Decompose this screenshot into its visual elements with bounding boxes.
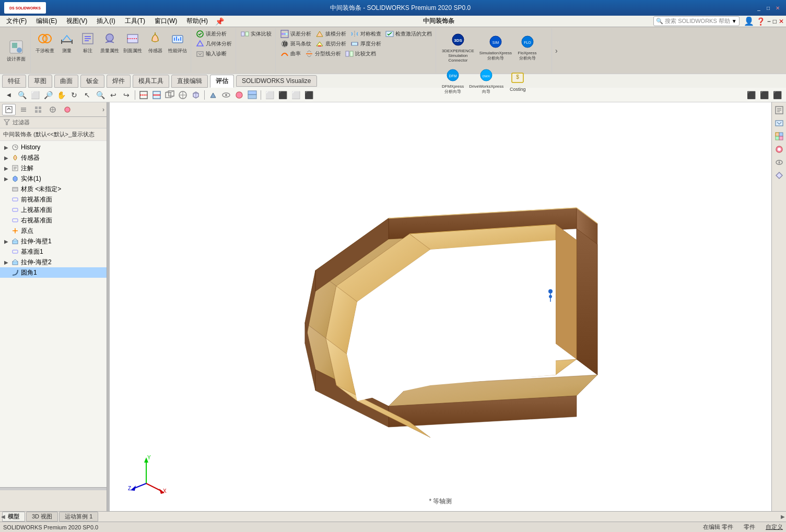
- tree-item-fillet1[interactable]: 圆角1: [0, 267, 107, 278]
- draft-analysis-btn[interactable]: 拔模分析: [314, 29, 348, 39]
- vp-view-orient[interactable]: [177, 89, 189, 101]
- panel-tab-arrow[interactable]: ›: [102, 106, 104, 113]
- restore-button[interactable]: □: [764, 4, 772, 12]
- tree-item-right-plane[interactable]: 右视基准面: [0, 215, 107, 226]
- vp-hide-show[interactable]: [220, 89, 232, 101]
- help-icon[interactable]: ❓: [756, 17, 765, 26]
- vp-rotate[interactable]: ↻: [68, 89, 80, 101]
- vp-view-mode3[interactable]: ⬜: [290, 89, 301, 101]
- check-btn[interactable]: 误差分析: [194, 29, 233, 39]
- search-dropdown-icon[interactable]: ▼: [732, 18, 737, 24]
- rs-btn-5[interactable]: [773, 157, 785, 168]
- vp-prev-view[interactable]: ↩: [108, 89, 119, 101]
- vp-select[interactable]: ↖: [81, 89, 93, 101]
- vp-view-cube[interactable]: [190, 89, 202, 101]
- tree-expand-history[interactable]: ▶: [3, 144, 9, 150]
- floxpress-btn[interactable]: FLO FloXpress分析向导: [515, 32, 539, 62]
- tree-item-origin[interactable]: 原点: [0, 226, 107, 236]
- tree-item-history[interactable]: ▶ History: [0, 142, 107, 152]
- menu-insert[interactable]: 插入(I): [92, 16, 119, 27]
- status-customize[interactable]: 自定义: [766, 523, 783, 531]
- win-min-icon[interactable]: −: [767, 18, 771, 25]
- tree-item-boss1[interactable]: ▶ 拉伸-海壁1: [0, 236, 107, 246]
- tree-item-annotations[interactable]: ▶ 注解: [0, 163, 107, 173]
- tab-visualize[interactable]: SOLIDWORKS Visualize: [236, 75, 317, 87]
- toolbar-expand[interactable]: ›: [553, 28, 560, 73]
- vp-view-mode2[interactable]: ⬛: [277, 89, 288, 101]
- tree-item-solid[interactable]: ▶ 实体(1): [0, 173, 107, 184]
- rs-btn-3[interactable]: [773, 131, 785, 142]
- compare-btn[interactable]: 比较文档: [344, 49, 378, 58]
- viewport[interactable]: Y X Z * 等轴测: [110, 102, 771, 511]
- vp-view-mode1[interactable]: ⬜: [264, 89, 275, 101]
- panel-tab-icons[interactable]: [31, 104, 45, 115]
- close-button[interactable]: ✕: [773, 4, 782, 12]
- vp-pan[interactable]: ✋: [55, 89, 67, 101]
- tree-item-material[interactable]: 材质 <未指定>: [0, 184, 107, 194]
- dfmxpress-btn[interactable]: DFM DFMXpress分析向导: [440, 66, 465, 96]
- curvature-btn[interactable]: 曲率: [279, 49, 302, 58]
- mass-btn[interactable]: 质量属性: [99, 29, 121, 55]
- vp-scroll-left[interactable]: ◀: [3, 89, 15, 101]
- undercut-btn[interactable]: 底切分析: [314, 39, 348, 49]
- solid-compare-btn[interactable]: 实体比较: [239, 29, 273, 39]
- check-active-btn[interactable]: 检查激活的文档: [384, 29, 433, 39]
- vp-edit-appear[interactable]: [233, 89, 245, 101]
- menu-view[interactable]: 视图(V): [62, 16, 91, 27]
- import-btn[interactable]: 输入诊断: [194, 49, 233, 58]
- menu-window[interactable]: 窗口(W): [150, 16, 181, 27]
- tab-weldments[interactable]: 焊件: [107, 75, 131, 88]
- tab-evaluate[interactable]: 评估: [210, 75, 234, 88]
- tab-mold-tools[interactable]: 模具工具: [133, 75, 169, 88]
- menu-help[interactable]: 帮助(H): [182, 16, 212, 27]
- rs-btn-6[interactable]: [773, 170, 785, 181]
- design-btn[interactable]: 设计界面: [5, 38, 28, 64]
- panel-tab-design[interactable]: [2, 104, 16, 115]
- menu-file[interactable]: 文件(F): [2, 16, 31, 27]
- tab-sheet-metal[interactable]: 钣金: [80, 75, 104, 88]
- section-btn[interactable]: 剖面属性: [122, 29, 144, 55]
- thickness-btn[interactable]: 厚度分析: [349, 39, 383, 49]
- geometry-btn[interactable]: 几何体分析: [194, 39, 233, 49]
- perf-btn[interactable]: 性能评估: [167, 29, 189, 55]
- rs-btn-4[interactable]: [773, 144, 785, 155]
- sensor-btn[interactable]: 传感器: [145, 29, 166, 55]
- vp-scene[interactable]: [247, 89, 258, 101]
- vp-live-section[interactable]: [151, 89, 162, 101]
- tree-item-plane1[interactable]: 基准面1: [0, 246, 107, 257]
- bottom-tab-model[interactable]: 模型: [2, 512, 25, 522]
- vp-zoom-in[interactable]: 🔍: [95, 89, 106, 101]
- measure-btn[interactable]: 测量: [57, 29, 77, 55]
- vp-section-view[interactable]: [138, 89, 149, 101]
- markup-btn[interactable]: 标注: [78, 29, 98, 55]
- tree-item-sensors[interactable]: ▶ 传感器: [0, 152, 107, 163]
- vp-zoom-area[interactable]: 🔎: [42, 89, 54, 101]
- vp-zoom-select[interactable]: 🔍: [16, 89, 28, 101]
- simxpress-btn[interactable]: SIM SimulationXpress分析向导: [478, 32, 513, 62]
- tree-item-boss2[interactable]: ▶ 拉伸-海壁2: [0, 257, 107, 267]
- error-analysis-btn[interactable]: 误差分析: [279, 29, 313, 39]
- menu-tools[interactable]: 工具(T): [121, 16, 149, 27]
- tree-item-top-plane[interactable]: 上视基准面: [0, 205, 107, 215]
- bottom-scroll-left[interactable]: ◀: [1, 514, 5, 519]
- win-close-icon[interactable]: ✕: [779, 18, 784, 25]
- tab-features[interactable]: 特征: [2, 75, 26, 88]
- bottom-tab-3dview[interactable]: 3D 视图: [26, 512, 58, 522]
- vp-zoom-fit[interactable]: ⬜: [29, 89, 41, 101]
- parting-btn[interactable]: 分型线分析: [303, 49, 343, 58]
- panel-tab-appear[interactable]: [61, 104, 74, 115]
- interference-btn[interactable]: 干涉检查: [34, 29, 56, 55]
- bottom-tab-motion[interactable]: 运动算例 1: [59, 512, 98, 522]
- user-icon[interactable]: 👤: [744, 16, 754, 26]
- vp-settings3[interactable]: ⬛: [771, 89, 783, 101]
- vp-3d-view[interactable]: [164, 89, 175, 101]
- bottom-scroll-right[interactable]: ▶: [781, 514, 785, 519]
- panel-tab-coord[interactable]: [46, 104, 60, 115]
- tree-expand-boss2[interactable]: ▶: [3, 259, 9, 265]
- vp-next-view[interactable]: ↪: [121, 89, 132, 101]
- vp-settings2[interactable]: ⬛: [758, 89, 770, 101]
- tree-expand-annotations[interactable]: ▶: [3, 165, 9, 171]
- sym-check-btn[interactable]: 对称检查: [349, 29, 383, 39]
- minimize-button[interactable]: _: [755, 4, 763, 12]
- vp-settings1[interactable]: ⬛: [745, 89, 757, 101]
